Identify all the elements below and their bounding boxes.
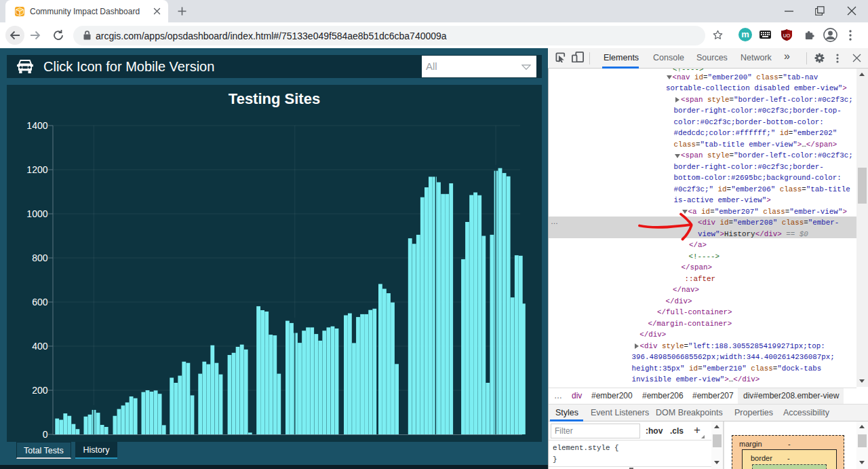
svg-text:UO: UO	[783, 33, 791, 38]
